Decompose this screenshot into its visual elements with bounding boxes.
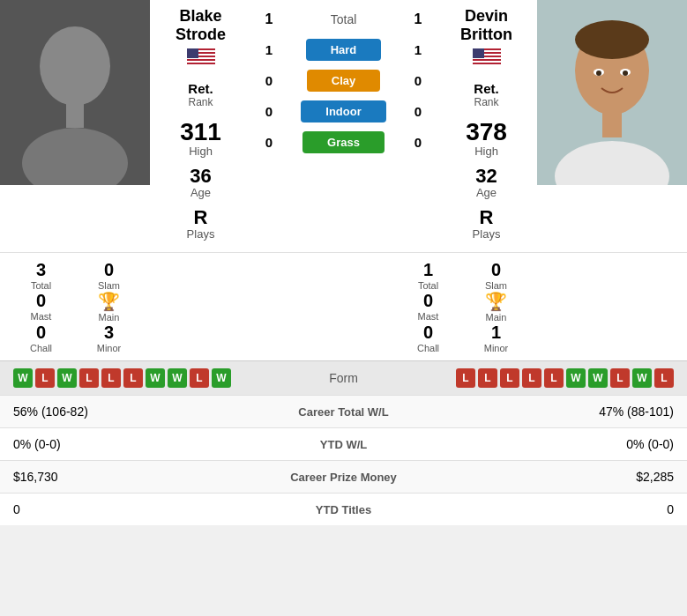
left-mast-val: 0	[36, 291, 46, 311]
right-age-block: 32 Age	[475, 167, 497, 199]
svg-point-1	[40, 26, 110, 106]
form-badge: L	[654, 368, 674, 388]
right-age-value: 32	[475, 167, 497, 186]
right-stats-panel: Devin Britton Ret. Rank	[436, 0, 537, 252]
left-slam-val: 0	[104, 260, 114, 280]
right-ret-label: Ret.	[474, 81, 498, 96]
row-center-label: YTD W/L	[265, 438, 423, 451]
center-spacer	[150, 253, 387, 360]
form-badge: L	[610, 368, 630, 388]
right-chall-lbl: Chall	[417, 343, 439, 353]
left-plays-label: Plays	[187, 227, 215, 241]
left-plays-block: R Plays	[187, 208, 215, 241]
form-badge: L	[522, 368, 541, 388]
left-player-photo	[0, 0, 150, 185]
right-total-val: 1	[423, 260, 433, 280]
svg-rect-16	[473, 64, 501, 66]
form-badge: L	[35, 368, 55, 388]
right-slam-val: 0	[491, 260, 501, 280]
left-total-lbl: Total	[31, 280, 51, 291]
row-right-val: 47% (88-101)	[423, 404, 675, 419]
right-main-lbl: Main	[486, 312, 507, 323]
hard-right-num: 1	[409, 42, 427, 57]
svg-point-25	[596, 71, 601, 76]
right-bottom-stats: 1 Total 0 Slam 0 Mast 🏆 Main 0 Chall 1 M…	[387, 253, 537, 360]
right-minor-item: 1 Minor	[462, 323, 530, 353]
right-slam-item: 0 Slam	[462, 260, 530, 291]
right-player-photo	[537, 0, 687, 185]
row-right-val: 0	[423, 502, 675, 516]
right-minor-lbl: Minor	[484, 343, 509, 353]
form-badge: L	[478, 368, 497, 388]
svg-rect-21	[602, 113, 622, 137]
right-minor-val: 1	[491, 323, 501, 343]
left-high-value: 311	[180, 120, 221, 145]
right-photo-spacer	[537, 253, 687, 360]
left-rank-label: Rank	[188, 96, 213, 108]
stats-table: 56% (106-82) Career Total W/L 47% (88-10…	[0, 395, 687, 525]
right-high-label: High	[474, 145, 498, 158]
left-high-label: High	[189, 145, 213, 158]
left-age-label: Age	[190, 186, 211, 199]
form-badge: L	[190, 368, 209, 388]
left-minor-lbl: Minor	[97, 343, 122, 353]
right-total-item: 1 Total	[394, 260, 462, 291]
table-row: 0% (0-0) YTD W/L 0% (0-0)	[0, 427, 687, 460]
total-left-num: 1	[260, 11, 278, 27]
form-badge: W	[632, 368, 652, 388]
hard-button[interactable]: Hard	[306, 39, 382, 61]
row-right-val: 0% (0-0)	[423, 437, 675, 451]
right-slam-lbl: Slam	[485, 280, 507, 291]
form-section: WLWLLLWWLW Form LLLLLWWLWL	[0, 360, 687, 395]
left-flag-icon	[187, 48, 215, 66]
left-chall-val: 0	[36, 323, 46, 343]
left-minor-item: 3 Minor	[75, 323, 143, 353]
left-stats-panel: Blake Strode Ret. Rank	[150, 0, 251, 252]
grass-left-num: 0	[260, 135, 278, 150]
grass-button[interactable]: Grass	[302, 131, 385, 153]
left-total-item: 3 Total	[7, 260, 75, 291]
right-chall-val: 0	[423, 323, 433, 343]
right-trophy-main: 🏆 Main	[462, 291, 530, 323]
row-left-val: $16,730	[13, 470, 265, 484]
right-player-name: Devin Britton	[440, 7, 533, 44]
svg-rect-3	[66, 101, 84, 128]
svg-point-20	[575, 20, 649, 59]
form-badge: L	[123, 368, 143, 388]
indoor-row: 0 Indoor 0	[251, 96, 436, 127]
svg-rect-8	[187, 61, 215, 63]
form-badge: W	[212, 368, 231, 388]
clay-button[interactable]: Clay	[307, 70, 380, 92]
right-mast-item: 0 Mast	[394, 291, 462, 323]
left-chall-lbl: Chall	[30, 343, 52, 353]
svg-rect-10	[187, 48, 198, 58]
left-trophy-icon: 🏆	[98, 291, 120, 312]
left-slam-lbl: Slam	[98, 280, 120, 291]
right-high-value: 378	[466, 120, 507, 145]
svg-point-26	[623, 71, 628, 76]
indoor-button[interactable]: Indoor	[301, 100, 385, 122]
left-main-lbl: Main	[99, 312, 120, 323]
form-badge: W	[588, 368, 608, 388]
right-plays-label: Plays	[473, 227, 501, 241]
grass-right-num: 0	[409, 135, 427, 150]
left-minor-val: 3	[104, 323, 114, 343]
right-form-badges: LLLLLWWLWL	[388, 368, 675, 388]
table-row: 0 YTD Titles 0	[0, 493, 687, 525]
form-badge: L	[79, 368, 99, 388]
left-chall-item: 0 Chall	[7, 323, 75, 353]
form-badge: W	[168, 368, 187, 388]
right-rank-label: Rank	[474, 96, 498, 108]
right-ret-rank: Ret. Rank	[474, 81, 498, 108]
row-center-label: Career Total W/L	[265, 405, 423, 419]
main-container: Blake Strode Ret. Rank	[0, 0, 687, 525]
table-row: $16,730 Career Prize Money $2,285	[0, 460, 687, 493]
right-plays-value: R	[480, 208, 494, 227]
left-bottom-stats: 3 Total 0 Slam 0 Mast 🏆 Main 0 Chall 3	[0, 253, 150, 360]
right-trophy-icon: 🏆	[485, 291, 507, 312]
total-row: 1 Total 1	[251, 4, 436, 34]
right-mast-val: 0	[423, 291, 433, 311]
form-badge: L	[456, 368, 475, 388]
left-mast-item: 0 Mast	[7, 291, 75, 323]
indoor-left-num: 0	[260, 104, 278, 119]
